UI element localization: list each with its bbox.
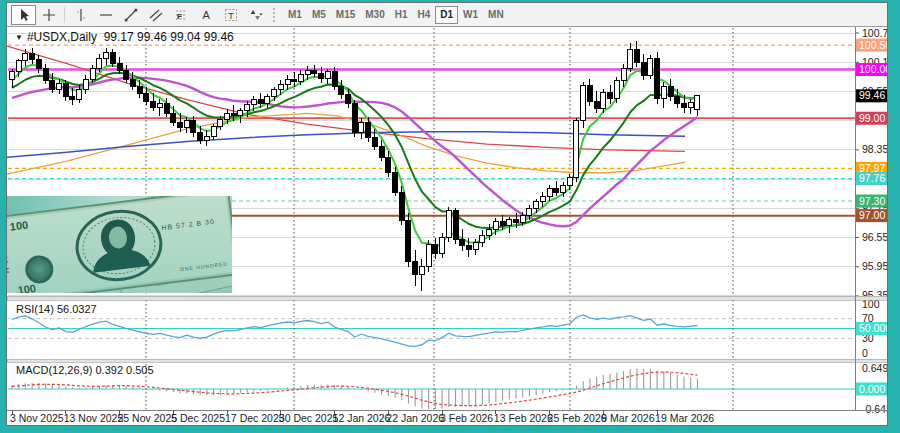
- date-label: 25 Feb 2026: [548, 412, 607, 424]
- timeframe-mn-button[interactable]: MN: [483, 6, 509, 24]
- trendline-icon[interactable]: [118, 5, 143, 25]
- date-label: 30 Dec 2025: [279, 412, 339, 424]
- ohlc-values: 99.17 99.46 99.04 99.46: [104, 30, 234, 44]
- svg-text:50.0000: 50.0000: [859, 322, 887, 334]
- crosshair-icon[interactable]: [36, 5, 61, 25]
- horizontal-line-icon[interactable]: [93, 5, 118, 25]
- toolbar-drag-handle[interactable]: [273, 8, 278, 22]
- date-label: 9 Mar 2026: [601, 412, 654, 424]
- date-label: 22 Jan 2026: [386, 412, 444, 424]
- macd-zero-badge: 0.000: [856, 383, 887, 396]
- date-label: 13 Feb 2026: [494, 412, 553, 424]
- equidistant-channel-icon[interactable]: [143, 5, 168, 25]
- timeframe-m5-button[interactable]: M5: [307, 6, 331, 24]
- timeframe-m15-button[interactable]: M15: [331, 6, 360, 24]
- svg-text:97.00: 97.00: [859, 209, 885, 221]
- symbol-dropdown-icon[interactable]: ▼: [15, 33, 23, 42]
- timeframe-h4-button[interactable]: H4: [413, 6, 436, 24]
- date-label: 5 Dec 2025: [171, 412, 225, 424]
- level-price-badge: 97.76: [856, 172, 887, 185]
- svg-text:A: A: [202, 9, 210, 21]
- svg-text:99.00: 99.00: [859, 112, 885, 124]
- candle: [446, 207, 451, 243]
- candle: [648, 55, 653, 79]
- svg-text:100.50: 100.50: [859, 39, 887, 51]
- candle: [399, 186, 404, 225]
- candle: [614, 77, 619, 103]
- level-price-badge: 99.00: [856, 112, 887, 125]
- macd-axis-label: -0.643: [862, 403, 887, 415]
- svg-text:F: F: [177, 11, 182, 20]
- timeframe-m1-button[interactable]: M1: [283, 6, 307, 24]
- timeframe-h1-button[interactable]: H1: [390, 6, 413, 24]
- price-axis-label: 98.35: [862, 143, 887, 155]
- price-axis-label: 100.75: [862, 27, 887, 39]
- candle: [453, 208, 458, 244]
- timeframe-m30-button[interactable]: M30: [360, 6, 389, 24]
- date-label: 25 Nov 2025: [118, 412, 178, 424]
- candle: [352, 100, 357, 137]
- rsi-level-badge: 50.0000: [856, 322, 887, 335]
- level-price-badge: 97.00: [856, 209, 887, 222]
- chart-client-area: 100.75100.1599.5598.9598.3597.7597.1596.…: [7, 27, 887, 425]
- candle: [426, 240, 431, 272]
- candle: [574, 118, 579, 181]
- teal-tint-overlay: [7, 196, 232, 293]
- svg-text:97.76: 97.76: [859, 172, 885, 184]
- cursor-icon[interactable]: [11, 5, 36, 25]
- level-price-badge: 97.30: [856, 195, 887, 208]
- date-label: 17 Dec 2025: [225, 412, 285, 424]
- toolbar: FATM1M5M15M30H1H4D1W1MN: [7, 3, 887, 27]
- terminal-window: FATM1M5M15M30H1H4D1W1MN 100.75100.1599.5…: [6, 2, 888, 426]
- svg-text:100.00: 100.00: [859, 63, 887, 75]
- text-label-icon[interactable]: T: [218, 5, 243, 25]
- candle: [655, 52, 660, 103]
- rsi-indicator-label: RSI(14) 56.0327: [16, 303, 97, 315]
- price-axis-label: 95.95: [862, 260, 887, 272]
- candle: [406, 213, 411, 267]
- date-label: 19 Mar 2026: [655, 412, 714, 424]
- date-label: 3 Nov 2025: [10, 412, 64, 424]
- candle: [581, 82, 586, 128]
- level-price-badge: 100.00: [856, 63, 887, 76]
- timeframe-w1-button[interactable]: W1: [458, 6, 483, 24]
- timeframe-d1-button[interactable]: D1: [435, 6, 458, 24]
- text-icon[interactable]: A: [193, 5, 218, 25]
- macd-axis-label: 0.649: [862, 362, 887, 374]
- svg-text:0.000: 0.000: [859, 383, 885, 395]
- toolbar-group-separator: [64, 7, 65, 23]
- date-label: 13 Nov 2025: [64, 412, 124, 424]
- vertical-line-icon[interactable]: [68, 5, 93, 25]
- arrows-icon[interactable]: [243, 5, 268, 25]
- symbol-name: #USDX,Daily: [27, 30, 97, 44]
- dollar-bill-photo: 100 100 100 HB 57 2 B 30 B3044 M ONE HUN…: [7, 196, 232, 293]
- date-label: 3 Feb 2026: [440, 412, 493, 424]
- page: { "window": {"teal_frame_color": "#26b3a…: [0, 0, 900, 433]
- date-label: 12 Jan 2026: [333, 412, 391, 424]
- pane-splitter[interactable]: [7, 359, 887, 362]
- pane-splitter[interactable]: [7, 296, 887, 300]
- level-price-badge: 100.50: [856, 39, 887, 52]
- svg-text:97.30: 97.30: [859, 195, 885, 207]
- rsi-axis-label: 0: [862, 347, 868, 359]
- svg-text:99.46: 99.46: [859, 89, 885, 101]
- chart-title: ▼#USDX,Daily 99.17 99.46 99.04 99.46: [15, 30, 234, 44]
- last-price-badge: 99.46: [856, 89, 887, 102]
- macd-indicator-label: MACD(12,26,9) 0.392 0.505: [16, 364, 154, 376]
- fibonacci-icon[interactable]: F: [168, 5, 193, 25]
- price-axis-label: 96.55: [862, 231, 887, 243]
- svg-text:T: T: [228, 10, 234, 20]
